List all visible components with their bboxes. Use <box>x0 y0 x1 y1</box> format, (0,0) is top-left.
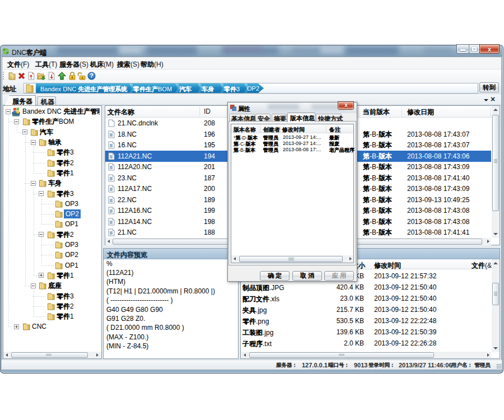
svg-text:?: ? <box>90 72 94 79</box>
